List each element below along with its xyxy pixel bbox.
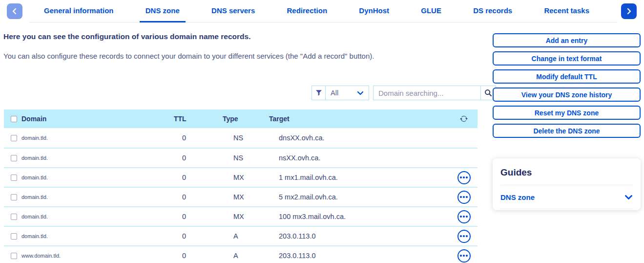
chevron-down-icon xyxy=(357,90,364,96)
tab-dynhost[interactable]: DynHost xyxy=(353,0,395,22)
table-row: www.domain.tld. 0 A 203.0.113.0 xyxy=(4,245,478,263)
row-ttl: 0 xyxy=(174,193,223,201)
tab-bar: General information DNS zone DNS servers… xyxy=(0,0,644,22)
view-dns-zone-history-button[interactable]: View your DNS zone history xyxy=(493,88,641,102)
column-header-domain: Domain xyxy=(21,115,174,123)
row-target: 5 mx2.mail.ovh.ca. xyxy=(269,193,450,201)
search-group xyxy=(373,86,496,100)
row-domain: domain.tld. xyxy=(21,194,174,200)
table-header-row: Domain TTL Type Target xyxy=(4,110,478,128)
ellipsis-icon xyxy=(460,216,462,218)
row-checkbox[interactable] xyxy=(11,155,17,161)
side-panel: Add an entry Change in text format Modif… xyxy=(493,33,641,210)
row-target: 203.0.113.0 xyxy=(269,252,450,260)
row-actions-button[interactable] xyxy=(457,249,471,263)
table-body: domain.tld. 0 NS dnsXX.ovh.ca. domain.tl… xyxy=(4,128,478,263)
tab-list: General information DNS zone DNS servers… xyxy=(29,0,617,22)
row-domain: domain.tld. xyxy=(21,233,174,239)
row-type: NS xyxy=(223,134,269,142)
row-actions-button[interactable] xyxy=(457,230,471,243)
delete-dns-zone-button[interactable]: Delete the DNS zone xyxy=(493,124,641,138)
row-type: MX xyxy=(223,174,269,181)
row-ttl: 0 xyxy=(174,213,223,220)
select-all-checkbox[interactable] xyxy=(11,116,17,122)
ellipsis-icon xyxy=(460,196,462,198)
guides-card: Guides DNS zone xyxy=(493,158,641,210)
row-type: A xyxy=(223,252,269,260)
row-type: A xyxy=(223,232,269,240)
tabs-next-button[interactable] xyxy=(621,3,637,19)
row-ttl: 0 xyxy=(174,134,223,142)
row-checkbox[interactable] xyxy=(11,214,17,220)
ellipsis-icon xyxy=(460,255,462,257)
modify-default-ttl-button[interactable]: Modify default TTL xyxy=(493,69,641,84)
chevron-left-icon xyxy=(11,8,18,15)
chevron-right-icon xyxy=(625,8,632,15)
row-domain: www.domain.tld. xyxy=(21,253,174,259)
column-header-ttl: TTL xyxy=(174,115,223,123)
table-row: domain.tld. 0 MX 5 mx2.mail.ovh.ca. xyxy=(4,187,478,206)
add-entry-button[interactable]: Add an entry xyxy=(493,33,641,47)
tab-general-information[interactable]: General information xyxy=(38,0,120,22)
filter-button[interactable] xyxy=(312,86,326,100)
dns-records-table: Domain TTL Type Target domain.tld. 0 NS … xyxy=(4,110,478,263)
tabs-prev-button[interactable] xyxy=(7,3,22,19)
row-ttl: 0 xyxy=(174,232,223,240)
page-heading: Here you can see the configuration of va… xyxy=(3,32,479,41)
row-domain: domain.tld. xyxy=(21,175,174,180)
row-type: MX xyxy=(223,193,269,201)
row-target: 100 mx3.mail.ovh.ca. xyxy=(269,213,450,220)
intro-section: Here you can see the configuration of va… xyxy=(3,32,479,60)
row-domain: domain.tld. xyxy=(21,135,174,141)
row-ttl: 0 xyxy=(174,154,223,162)
type-filter-group: All xyxy=(312,86,369,100)
record-type-selected-value: All xyxy=(331,89,338,97)
record-type-select[interactable]: All xyxy=(326,86,369,100)
magnifier-icon xyxy=(484,89,492,97)
row-ttl: 0 xyxy=(174,174,223,181)
row-checkbox[interactable] xyxy=(11,233,17,240)
ellipsis-icon xyxy=(460,235,462,237)
table-row: domain.tld. 0 MX 100 mx3.mail.ovh.ca. xyxy=(4,206,478,226)
row-target: 203.0.113.0 xyxy=(269,232,450,240)
refresh-button[interactable] xyxy=(460,115,468,123)
tab-ds-records[interactable]: DS records xyxy=(467,0,518,22)
row-checkbox[interactable] xyxy=(11,194,17,200)
guide-link-dns-zone[interactable]: DNS zone xyxy=(500,185,633,209)
table-row: domain.tld. 0 NS dnsXX.ovh.ca. xyxy=(4,128,478,148)
row-domain: domain.tld. xyxy=(21,155,174,161)
row-type: MX xyxy=(223,213,269,220)
row-domain: domain.tld. xyxy=(21,214,174,219)
tab-glue[interactable]: GLUE xyxy=(415,0,447,22)
funnel-icon xyxy=(315,89,322,96)
column-header-type: Type xyxy=(223,115,269,123)
row-type: NS xyxy=(223,154,269,162)
row-target: 1 mx1.mail.ovh.ca. xyxy=(269,174,450,181)
row-actions-button[interactable] xyxy=(457,171,471,184)
ellipsis-icon xyxy=(460,176,462,178)
page-description: You can also configure these records to … xyxy=(3,52,479,60)
table-row: domain.tld. 0 MX 1 mx1.mail.ovh.ca. xyxy=(4,167,478,187)
row-actions-button[interactable] xyxy=(457,191,471,204)
row-target: nsXX.ovh.ca. xyxy=(269,154,450,162)
change-text-format-button[interactable]: Change in text format xyxy=(493,51,641,66)
table-row: domain.tld. 0 NS nsXX.ovh.ca. xyxy=(4,148,478,167)
filter-row: All xyxy=(312,86,478,100)
chevron-down-icon xyxy=(624,194,633,200)
row-checkbox[interactable] xyxy=(11,253,17,259)
domain-search-input[interactable] xyxy=(373,86,481,100)
refresh-icon xyxy=(460,115,468,123)
reset-dns-zone-button[interactable]: Reset my DNS zone xyxy=(493,106,641,120)
table-row: domain.tld. 0 A 203.0.113.0 xyxy=(4,226,478,245)
tab-dns-zone[interactable]: DNS zone xyxy=(140,0,186,22)
guide-link-label: DNS zone xyxy=(500,193,535,201)
column-header-target: Target xyxy=(269,115,450,123)
tab-dns-servers[interactable]: DNS servers xyxy=(206,0,261,22)
row-actions-button[interactable] xyxy=(457,210,471,223)
tab-redirection[interactable]: Redirection xyxy=(281,0,333,22)
row-checkbox[interactable] xyxy=(11,135,17,141)
tab-recent-tasks[interactable]: Recent tasks xyxy=(538,0,595,22)
row-checkbox[interactable] xyxy=(11,175,17,181)
guides-title: Guides xyxy=(500,167,633,178)
divider xyxy=(500,209,633,209)
